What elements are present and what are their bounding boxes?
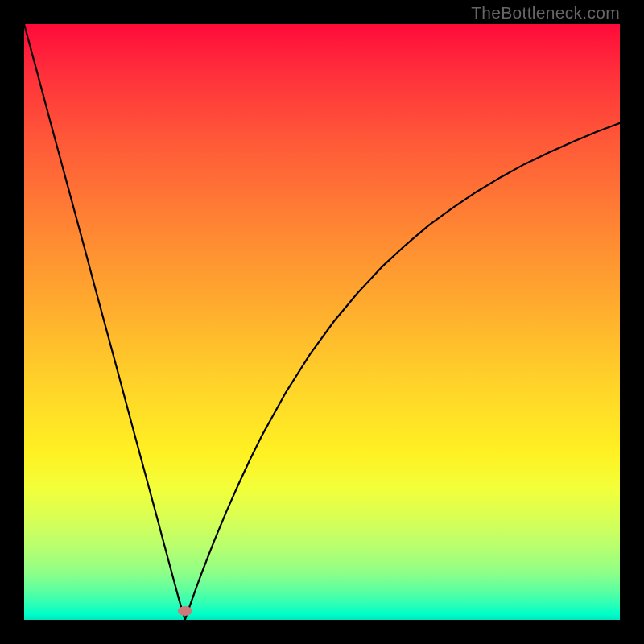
- min-marker: [178, 606, 192, 616]
- chart-frame: TheBottleneck.com: [0, 0, 644, 644]
- watermark-text: TheBottleneck.com: [471, 3, 620, 23]
- curve-svg: [24, 24, 620, 620]
- plot-area: [24, 24, 620, 620]
- bottleneck-curve: [24, 24, 620, 620]
